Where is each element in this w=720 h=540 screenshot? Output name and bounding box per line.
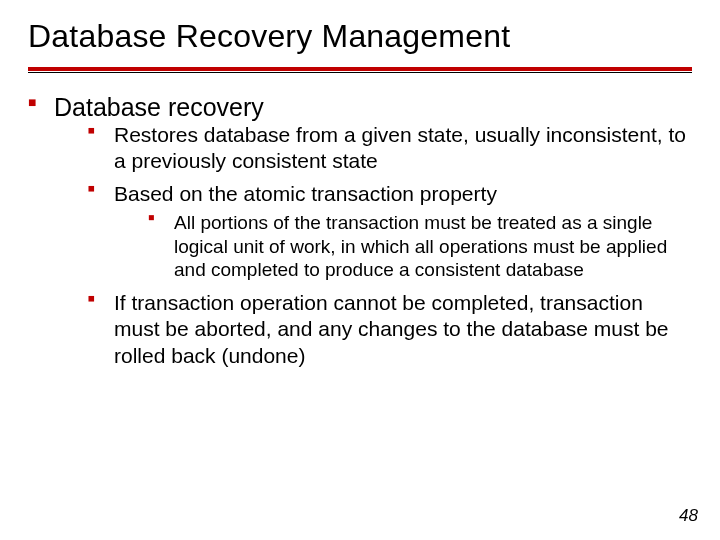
bullet-l1: Database recovery Restores database from…	[28, 93, 692, 369]
bullet-l2: If transaction operation cannot be compl…	[88, 290, 692, 369]
bullet-l1-text: Database recovery	[54, 93, 264, 121]
bullet-l3a-text: All portions of the transaction must be …	[174, 212, 667, 281]
slide-title: Database Recovery Management	[0, 0, 720, 61]
bullet-l2a-text: Restores database from a given state, us…	[114, 123, 686, 172]
bullet-l2: Restores database from a given state, us…	[88, 122, 692, 175]
bullet-l2: Based on the atomic transaction property…	[88, 181, 692, 283]
bullet-l3: All portions of the transaction must be …	[148, 211, 692, 282]
bullet-l2b-text: Based on the atomic transaction property	[114, 182, 497, 205]
page-number: 48	[679, 506, 698, 526]
title-rule	[28, 67, 692, 77]
slide-content: Database recovery Restores database from…	[0, 77, 720, 369]
slide: Database Recovery Management Database re…	[0, 0, 720, 540]
bullet-l2c-text: If transaction operation cannot be compl…	[114, 291, 669, 367]
